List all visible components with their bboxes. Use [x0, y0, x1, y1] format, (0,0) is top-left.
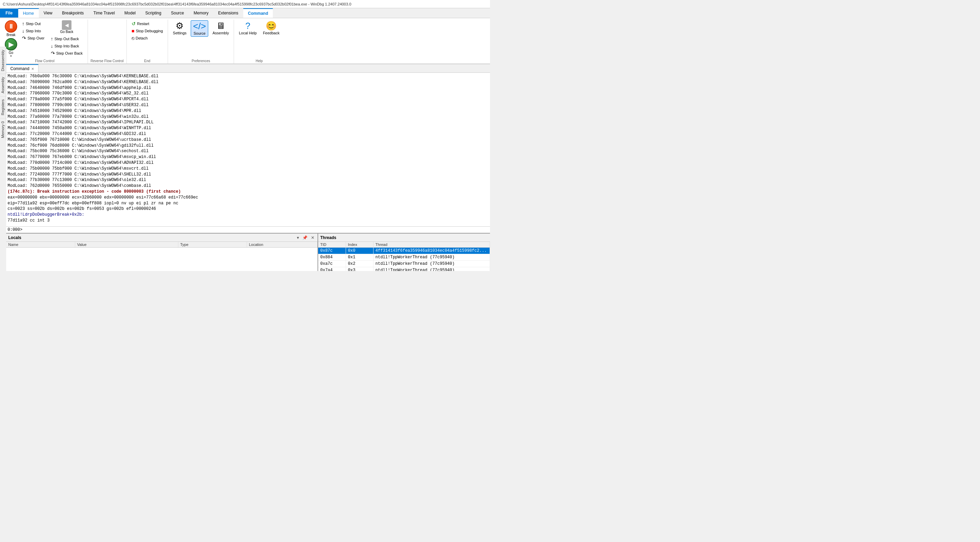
- step-over-button[interactable]: ↷ Step Over: [20, 35, 47, 41]
- reverse-flow-label: Reverse Flow Control: [91, 58, 124, 63]
- break-button[interactable]: ⏸: [5, 20, 17, 33]
- step-over-back-label: Step Over Back: [56, 51, 83, 55]
- sidebar-tab-memory[interactable]: Memory 0: [0, 118, 6, 141]
- menu-scripting[interactable]: Scripting: [140, 9, 166, 17]
- detach-button[interactable]: ⎋ Detach: [130, 35, 165, 41]
- locals-col-name: Name: [6, 242, 75, 248]
- command-input[interactable]: [23, 227, 488, 232]
- command-line: ModLoad: 77b30000 77c13000 C:\Windows\Sy…: [8, 177, 488, 183]
- step-back-col: ◀ Go Back ↑ Step Out Back ↓ Step Into Ba…: [49, 20, 85, 57]
- locals-table: Name Value Type Location: [6, 242, 318, 248]
- end-col: ↺ Restart ■ Stop Debugging ⎋ Detach: [130, 20, 165, 41]
- source-button[interactable]: </> Source: [191, 20, 208, 37]
- command-panel: Command ✕ ModLoad: 76b0a000 76c30000 C:\…: [6, 64, 490, 234]
- threads-header: Threads: [318, 234, 490, 242]
- menu-extensions[interactable]: Extensions: [213, 9, 243, 17]
- command-tab-label: Command: [10, 66, 29, 71]
- command-line: ModLoad: 76b0a000 76c30000 C:\Windows\Sy…: [8, 73, 488, 79]
- assembly-button[interactable]: 🖥 Assembly: [210, 20, 231, 36]
- step-into-back-label: Step Into Back: [55, 44, 80, 48]
- go-back-icon[interactable]: ◀: [62, 20, 72, 30]
- locals-col-location: Location: [247, 242, 318, 248]
- sidebar-tab-registers[interactable]: Registers: [0, 96, 6, 118]
- command-line: ModLoad: 76cf000 76dd8000 C:\Windows\Sys…: [8, 143, 488, 149]
- locals-title: Locals: [8, 235, 294, 240]
- threads-col-tid: TID: [318, 242, 346, 248]
- feedback-button[interactable]: 😊 Feedback: [261, 20, 282, 36]
- threads-col-index: Index: [346, 242, 373, 248]
- step-out-back-icon: ↑: [51, 36, 53, 41]
- thread-cell-index: 0x0: [346, 248, 373, 254]
- settings-icon: ⚙: [176, 21, 183, 30]
- menu-memory[interactable]: Memory: [189, 9, 213, 17]
- local-help-button[interactable]: ? Local Help: [237, 20, 259, 36]
- menu-breakpoints[interactable]: Breakpoints: [57, 9, 88, 17]
- thread-cell-index: 0x1: [346, 254, 373, 261]
- thread-cell-thread: 4ff314143f6fea359946a81034ec04a4f515998f…: [373, 248, 490, 254]
- ribbon-group-end: ↺ Restart ■ Stop Debugging ⎋ Detach End: [127, 19, 168, 64]
- menu-command[interactable]: Command: [243, 8, 273, 18]
- command-line: ModLoad: 77c20000 77c44000 C:\Windows\Sy…: [8, 131, 488, 137]
- sidebar-tab-disassembly[interactable]: Disassembly: [0, 47, 6, 74]
- command-line: ModLoad: 765f000 76710000 C:\Windows\Sys…: [8, 137, 488, 143]
- threads-body: 0x87c0x04ff314143f6fea359946a81034ec04a4…: [318, 248, 490, 271]
- thread-row[interactable]: 0xa7c0x2ntdll!TppWorkerThread (77c95940): [318, 261, 490, 267]
- command-line: ModLoad: 74710000 74742000 C:\Windows\Sy…: [8, 119, 488, 126]
- sidebar-tab-assembly[interactable]: Assembly: [0, 74, 6, 96]
- locals-panel: Locals ▾ 📌 ✕ Name Value Type Location: [6, 234, 318, 271]
- restart-icon: ↺: [132, 21, 136, 27]
- command-tab[interactable]: Command ✕: [6, 64, 38, 73]
- go-button[interactable]: ▶: [5, 38, 17, 51]
- command-line: ModLoad: 75bc000 75c36000 C:\Windows\Sys…: [8, 148, 488, 154]
- command-tab-close[interactable]: ✕: [31, 67, 34, 71]
- step-out-back-button[interactable]: ↑ Step Out Back: [49, 35, 85, 42]
- ribbon-group-preferences: ⚙ Settings </> Source 🖥 Assembly Prefere…: [168, 19, 234, 64]
- step-into-back-button[interactable]: ↓ Step Into Back: [49, 43, 85, 49]
- ribbon: ⏸ Break ▶ Go ▼ ↑ Step Out ↓ Step Into: [0, 18, 490, 64]
- command-line: ModLoad: 76770000 767eb000 C:\Windows\Sy…: [8, 154, 488, 160]
- menu-time-travel[interactable]: Time Travel: [89, 9, 119, 17]
- step-over-back-button[interactable]: ↷ Step Over Back: [49, 50, 85, 57]
- thread-cell-tid: 0x87c: [318, 248, 346, 254]
- thread-row[interactable]: 0x8840x1ntdll!TppWorkerThread (77c95940): [318, 254, 490, 261]
- thread-cell-tid: 0xa7c: [318, 261, 346, 267]
- command-line: ModLoad: 75b00000 75bbf000 C:\Windows\Sy…: [8, 166, 488, 172]
- menu-source[interactable]: Source: [166, 9, 189, 17]
- step-into-button[interactable]: ↓ Step Into: [20, 27, 47, 34]
- stop-icon: ■: [132, 28, 134, 33]
- source-label: Source: [194, 31, 205, 35]
- bottom-area: Locals ▾ 📌 ✕ Name Value Type Location: [6, 234, 490, 271]
- step-buttons-col: ↑ Step Out ↓ Step Into ↷ Step Over: [20, 20, 47, 41]
- locals-close-btn[interactable]: ✕: [310, 235, 315, 240]
- stop-debugging-button[interactable]: ■ Stop Debugging: [130, 27, 165, 34]
- locals-header: Locals ▾ 📌 ✕: [6, 234, 318, 242]
- restart-button[interactable]: ↺ Restart: [130, 20, 165, 27]
- menu-home[interactable]: Home: [18, 8, 39, 18]
- preferences-label: Preferences: [171, 58, 231, 63]
- locals-dropdown-btn[interactable]: ▾: [296, 235, 300, 240]
- menu-model[interactable]: Model: [119, 9, 140, 17]
- end-content: ↺ Restart ■ Stop Debugging ⎋ Detach: [130, 20, 165, 58]
- threads-table: TID Index Thread 0x87c0x04ff314143f6fea3…: [318, 242, 490, 271]
- thread-cell-tid: 0x884: [318, 254, 346, 261]
- settings-button[interactable]: ⚙ Settings: [171, 20, 189, 36]
- thread-row[interactable]: 0x87c0x04ff314143f6fea359946a81034ec04a4…: [318, 248, 490, 254]
- command-output: ModLoad: 76b0a000 76c30000 C:\Windows\Sy…: [6, 73, 490, 226]
- thread-row[interactable]: 0x7a40x3ntdll!TppWorkerThread (77c95940): [318, 267, 490, 271]
- command-line: ModLoad: 770d0000 7714c000 C:\Windows\Sy…: [8, 160, 488, 166]
- command-prompt: 0:000>: [8, 227, 22, 232]
- step-out-button[interactable]: ↑ Step Out: [20, 20, 47, 27]
- detach-icon: ⎋: [132, 35, 134, 41]
- step-out-label: Step Out: [26, 22, 41, 26]
- threads-col-thread: Thread: [373, 242, 490, 248]
- threads-title: Threads: [320, 235, 488, 240]
- menu-file[interactable]: File: [0, 9, 18, 17]
- command-line: ModLoad: 74440000 7450a000 C:\Windows\Sy…: [8, 126, 488, 131]
- command-line: cs=0023 ss=002b ds=002b es=002b fs=0053 …: [8, 206, 488, 212]
- locals-pin-btn[interactable]: 📌: [301, 235, 309, 240]
- step-over-back-icon: ↷: [51, 51, 55, 56]
- main-area: Command ✕ ModLoad: 76b0a000 76c30000 C:\…: [6, 64, 490, 271]
- go-dropdown-arrow[interactable]: ▼: [10, 55, 13, 58]
- menu-view[interactable]: View: [39, 9, 57, 17]
- command-line: eip=77d11a92 esp=00eff7dc ebp=00eff808 i…: [8, 200, 488, 207]
